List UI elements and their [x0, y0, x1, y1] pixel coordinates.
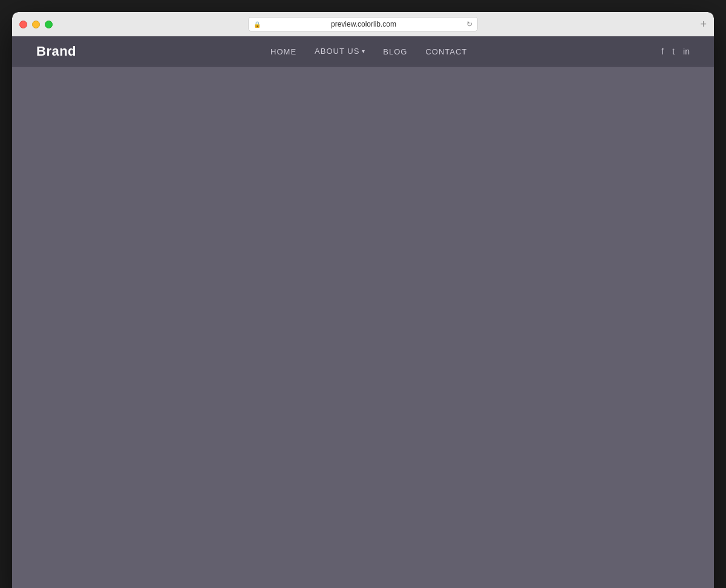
nav-link-about[interactable]: ABOUT US: [315, 47, 359, 56]
facebook-icon[interactable]: f: [661, 47, 664, 56]
new-tab-button[interactable]: +: [700, 19, 707, 30]
website-content: Brand HOME ABOUT US ▾ BLOG CONTACT: [12, 36, 714, 588]
minimize-button[interactable]: [32, 21, 40, 28]
brand-logo[interactable]: Brand: [36, 44, 76, 59]
close-button[interactable]: [19, 21, 27, 28]
linkedin-icon[interactable]: in: [683, 47, 690, 56]
url-bar[interactable]: 🔒 preview.colorlib.com ↻: [248, 17, 478, 31]
nav-item-contact[interactable]: CONTACT: [425, 46, 467, 57]
url-bar-container: 🔒 preview.colorlib.com ↻: [19, 17, 707, 31]
traffic-lights: [19, 21, 53, 28]
main-content: [12, 67, 714, 588]
browser-window: 🔒 preview.colorlib.com ↻ + Brand HOME AB…: [12, 12, 714, 588]
url-text: preview.colorlib.com: [264, 20, 463, 28]
about-us-dropdown-trigger[interactable]: ABOUT US ▾: [315, 47, 365, 56]
nav-item-blog[interactable]: BLOG: [383, 46, 407, 57]
nav-links: HOME ABOUT US ▾ BLOG CONTACT: [270, 46, 467, 57]
navbar: Brand HOME ABOUT US ▾ BLOG CONTACT: [12, 36, 714, 67]
chevron-down-icon: ▾: [362, 48, 365, 54]
twitter-icon[interactable]: t: [672, 47, 675, 56]
nav-item-about[interactable]: ABOUT US ▾: [315, 47, 365, 56]
refresh-icon[interactable]: ↻: [466, 20, 473, 28]
maximize-button[interactable]: [45, 21, 53, 28]
nav-link-contact[interactable]: CONTACT: [425, 47, 467, 56]
title-bar: 🔒 preview.colorlib.com ↻ +: [12, 12, 714, 36]
social-links: f t in: [661, 47, 690, 56]
nav-link-blog[interactable]: BLOG: [383, 47, 407, 56]
nav-link-home[interactable]: HOME: [270, 47, 296, 56]
nav-item-home[interactable]: HOME: [270, 46, 296, 57]
lock-icon: 🔒: [253, 21, 261, 28]
